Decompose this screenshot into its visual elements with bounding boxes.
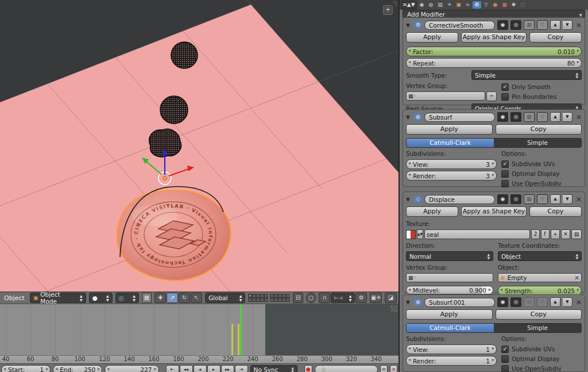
use-opensubdiv-checkbox[interactable]: Use OpenSubdiv [501, 179, 582, 187]
move-down-button[interactable]: ▼ [563, 20, 572, 30]
layer-cell[interactable] [252, 294, 256, 298]
collapse-arrow-icon[interactable]: ▼ [406, 197, 412, 202]
apply-button[interactable]: Apply [406, 124, 493, 135]
collapse-arrow-icon[interactable]: ▼ [406, 300, 412, 305]
translate-manipulator[interactable]: ↗ [167, 293, 178, 303]
move-up-button[interactable]: ▲ [550, 112, 560, 122]
modifier-name-field[interactable]: CorrectiveSmooth [424, 21, 495, 30]
copy-button[interactable]: Copy [529, 32, 582, 43]
snap-target-selector[interactable]: ⚙ [355, 293, 367, 303]
texture-fake-user-button[interactable]: F [541, 229, 550, 239]
editor-type-selector[interactable]: ≡▲▼ [401, 1, 417, 9]
delete-modifier-button[interactable]: ✕ [576, 298, 582, 306]
end-frame-field[interactable]: ◂ End: 250 ▸ [53, 365, 102, 372]
layer-cell[interactable] [278, 294, 282, 298]
layer-cell[interactable] [286, 298, 290, 302]
render-visibility-toggle[interactable]: ◉ [497, 112, 508, 122]
vertex-group-field[interactable]: ▦◦ [406, 91, 485, 101]
cage-toggle[interactable]: ▽ [537, 20, 548, 30]
3d-viewport[interactable]: CINECA VISITLAB · Visual Information Tec… [0, 0, 399, 292]
viewport-visibility-toggle[interactable]: ◎ [510, 297, 521, 307]
catmull-clark-button[interactable]: Catmull-Clark [407, 139, 494, 147]
lock-to-scene-toggle[interactable]: ⊟ [293, 293, 303, 303]
collapsed-panel-plus-button[interactable]: + [383, 5, 393, 15]
opengl-render-image-button[interactable]: ▣✳ [370, 293, 382, 303]
rotate-manipulator[interactable]: ↻ [179, 293, 190, 303]
layer-cell[interactable] [264, 298, 268, 302]
simple-button[interactable]: Simple [494, 139, 581, 147]
edit-mode-toggle[interactable]: ▦ [524, 297, 535, 307]
apply-as-shape-key-button[interactable]: Apply as Shape Key [461, 206, 527, 217]
tab-data[interactable]: ▽ [482, 1, 490, 9]
viewport-resize-grip[interactable] [393, 1, 397, 6]
layer-cell[interactable] [264, 294, 268, 298]
timeline-resize-grip[interactable] [390, 305, 397, 312]
tab-texture[interactable]: ▦ [500, 1, 509, 9]
play-reverse-button[interactable]: ◂ [194, 365, 207, 372]
view-subdivisions-slider[interactable]: ◂ View: 1 ▸ [406, 344, 497, 354]
apply-button[interactable]: Apply [406, 32, 458, 43]
layer-cell[interactable] [282, 298, 286, 302]
pivot-point-selector[interactable]: ◎ ▲▼ [115, 293, 139, 303]
viewport-visibility-toggle[interactable]: ◎ [510, 20, 521, 30]
direction-dropdown[interactable]: Normal ▲▼ [406, 251, 493, 261]
jump-to-start-button[interactable]: ⇤ [166, 365, 179, 372]
move-up-button[interactable]: ▲ [550, 194, 560, 204]
subdivide-uvs-checkbox[interactable]: ✓ Subdivide UVs [501, 345, 582, 353]
insert-keyframe-button[interactable]: ✏ [380, 365, 388, 372]
add-modifier-dropdown[interactable]: Add Modifier ▼ [403, 10, 585, 18]
layer-cell[interactable] [270, 298, 274, 302]
layer-cell[interactable] [270, 294, 274, 298]
layer-cell[interactable] [248, 298, 252, 302]
modifier-name-field[interactable]: Subsurf [424, 113, 495, 122]
sphere-middle[interactable] [160, 96, 188, 124]
cage-toggle[interactable]: ▽ [537, 194, 548, 204]
show-texture-in-editor-button[interactable]: ▤ [571, 229, 582, 239]
collapse-arrow-icon[interactable]: ▼ [406, 114, 412, 120]
move-down-button[interactable]: ▼ [563, 194, 572, 204]
cage-toggle[interactable]: ▽ [537, 112, 548, 122]
jump-to-end-button[interactable]: ⇥ [235, 365, 248, 372]
apply-button[interactable]: Apply [406, 309, 493, 320]
cage-toggle[interactable]: ▽ [537, 297, 548, 307]
tab-physics[interactable]: ◌ [519, 1, 527, 9]
edit-mode-toggle[interactable]: ▦ [524, 194, 535, 204]
layer-cell[interactable] [286, 294, 290, 298]
midlevel-slider[interactable]: ◂ Midlevel: 0.900 ▸ [406, 286, 493, 294]
start-frame-field[interactable]: ◂ Start: 1 ▸ [1, 365, 51, 372]
scale-manipulator[interactable]: ↖ [191, 293, 202, 303]
repeat-slider[interactable]: ◂ Repeat: 80 ▸ [406, 58, 582, 68]
keyframe-marker[interactable] [231, 324, 233, 355]
use-opensubdiv-checkbox[interactable]: Use OpenSubdiv [501, 365, 582, 372]
timeline-canvas[interactable] [0, 304, 399, 355]
move-up-button[interactable]: ▲ [550, 20, 560, 30]
mode-selector[interactable]: ▣ Object Mode ▲▼ [30, 293, 86, 303]
edit-mode-toggle[interactable]: ▦ [524, 20, 535, 30]
texture-browse-button[interactable]: ▲▼ [417, 229, 423, 239]
layer-cell[interactable] [248, 294, 252, 298]
pivot-align-toggle[interactable]: ▩ [142, 293, 152, 303]
invert-vertex-group-button[interactable]: ↔ [486, 91, 497, 101]
delete-modifier-button[interactable]: ✕ [576, 21, 582, 29]
current-frame-playhead[interactable] [240, 304, 242, 355]
wax-seal[interactable]: CINECA VISITLAB · Visual Information Tec… [117, 190, 231, 281]
new-texture-button[interactable]: + [551, 229, 560, 239]
opengl-render-anim-button[interactable]: ◪ [385, 293, 397, 303]
layer-cell[interactable] [282, 294, 286, 298]
manipulator-toggle[interactable]: ✚ [154, 293, 166, 303]
subdivide-uvs-checkbox[interactable]: ✓ Subdivide UVs [501, 160, 582, 168]
simple-button[interactable]: Simple [494, 324, 581, 332]
texture-name-field[interactable]: seal [424, 229, 530, 239]
object-field[interactable]: ▣ Empty ✕ [498, 273, 582, 282]
object-menu[interactable]: Object [4, 294, 25, 302]
copy-button[interactable]: Copy [496, 309, 582, 320]
tab-render-layers[interactable]: ▤ [436, 1, 444, 9]
only-smooth-checkbox[interactable]: ✓ Only Smooth [501, 83, 582, 91]
transform-orientation-selector[interactable]: Global ▲▼ [205, 293, 245, 303]
move-down-button[interactable]: ▼ [563, 297, 572, 307]
prev-keyframe-button[interactable]: ◂◂ [180, 365, 193, 372]
view-subdivisions-slider[interactable]: ◂ View: 3 ▸ [406, 159, 497, 169]
auto-keyframe-record-button[interactable]: ● [304, 365, 312, 372]
texture-thumbnail[interactable] [406, 230, 416, 239]
layer-cell[interactable] [274, 298, 278, 302]
